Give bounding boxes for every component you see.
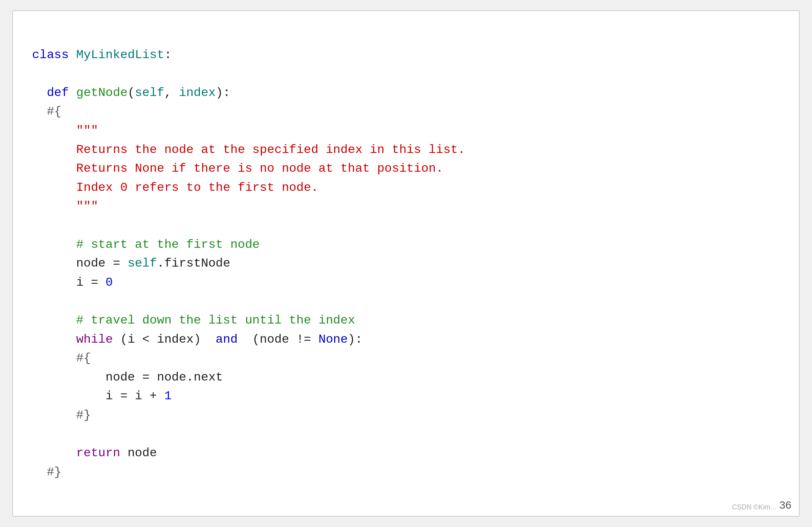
keyword-and: and	[216, 332, 238, 346]
docstring-line1: Returns the node at the specified index …	[76, 143, 465, 157]
code-i-inc: i = i +	[106, 389, 164, 403]
while-cond: (i < index)	[113, 332, 216, 346]
dot-firstnode: .firstNode	[157, 256, 230, 270]
code-node-assign: node =	[76, 256, 127, 270]
keyword-none: None	[318, 332, 348, 346]
brace-close-2: #}	[76, 408, 91, 422]
comment-travel: # travel down the list until the index	[76, 313, 355, 327]
and-cond: (node !=	[238, 332, 318, 346]
code-block: class MyLinkedList: def getNode(self, in…	[32, 26, 780, 501]
self-firstnode: self	[128, 256, 157, 270]
keyword-while: while	[76, 332, 113, 346]
docstring: """	[76, 124, 98, 138]
num-one: 1	[164, 389, 172, 403]
param-index: index	[179, 86, 216, 100]
cond-close: ):	[348, 332, 362, 346]
return-node: node	[120, 446, 157, 460]
code-i-assign: i =	[76, 275, 106, 290]
page-number: 36	[780, 499, 791, 511]
code-container: class MyLinkedList: def getNode(self, in…	[12, 10, 800, 517]
docstring-line3: Index 0 refers to the first node.	[76, 181, 318, 195]
method-name: getNode	[76, 86, 127, 100]
brace-open-1: #{	[47, 104, 61, 119]
docstring-end: """	[76, 199, 98, 213]
keyword-return: return	[76, 446, 120, 460]
num-zero: 0	[106, 275, 113, 290]
brace-close-1: #}	[47, 465, 61, 479]
keyword-class: class	[32, 48, 69, 62]
comment-start: # start at the first node	[76, 237, 260, 252]
brace-open-2: #{	[76, 351, 91, 365]
code-node-next: node = node.next	[106, 370, 223, 384]
watermark-text: CSDN ©Kim...	[732, 503, 776, 511]
class-name: MyLinkedList	[76, 48, 164, 62]
keyword-def: def	[47, 86, 69, 100]
param-self: self	[135, 86, 164, 100]
docstring-line2: Returns None if there is no node at that…	[76, 161, 443, 176]
